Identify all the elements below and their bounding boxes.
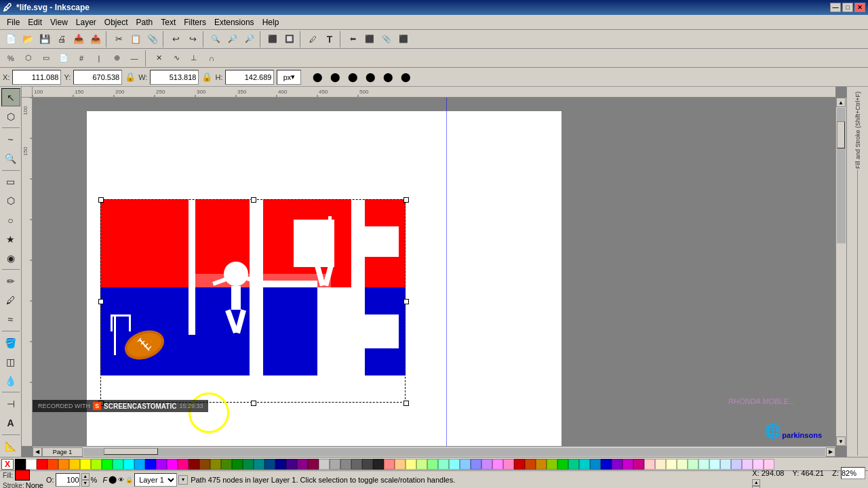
opacity-spinner[interactable]: ▲ ▼ — [81, 473, 90, 487]
snap-centers[interactable]: ⊕ — [108, 50, 125, 66]
box3d-tool[interactable]: ⬡ — [1, 192, 20, 210]
align-center-v-button[interactable]: ⬤ — [380, 69, 396, 85]
page-tab[interactable]: Page 1 — [42, 447, 83, 457]
align-bottom-button[interactable]: ⬤ — [397, 69, 414, 85]
color-swatch[interactable] — [623, 459, 633, 470]
color-swatch[interactable] — [720, 459, 731, 470]
canvas-viewport[interactable]: RECORDED WITH S SCREENCASTOMATIC 15:29:3… — [33, 98, 835, 446]
color-swatch[interactable] — [731, 459, 742, 470]
align-right-button[interactable]: ⬤ — [344, 69, 361, 85]
unit-selector[interactable]: px▾ — [277, 70, 301, 85]
color-swatch[interactable] — [47, 459, 58, 470]
layer-menu-button[interactable]: ▾ — [178, 475, 188, 485]
color-swatch[interactable] — [427, 459, 438, 470]
calligraphy-tool[interactable]: ≈ — [1, 310, 20, 329]
scroll-handle[interactable] — [837, 121, 845, 148]
snap-midpoints[interactable]: — — [126, 50, 142, 66]
color-swatch[interactable] — [210, 459, 221, 470]
horizontal-scrollbar[interactable]: ◀ Page 1 ▶ — [33, 446, 835, 457]
scroll-right-button[interactable]: ▶ — [826, 447, 835, 457]
color-swatch[interactable] — [178, 459, 189, 470]
color-swatch[interactable] — [221, 459, 232, 470]
open-button[interactable]: 📂 — [20, 31, 36, 47]
color-swatch[interactable] — [286, 459, 297, 470]
opacity-up[interactable]: ▲ — [81, 473, 90, 480]
snap-intersect[interactable]: ✕ — [151, 50, 167, 66]
fill-stroke-button[interactable]: ⬛ — [361, 31, 378, 47]
scroll-up-button[interactable]: ▲ — [836, 98, 846, 107]
maximize-button[interactable]: □ — [842, 3, 853, 12]
zoom-tool[interactable]: 🔍 — [1, 149, 20, 167]
import-button[interactable]: 📥 — [71, 31, 87, 47]
color-swatch[interactable] — [460, 459, 471, 470]
color-swatch[interactable] — [547, 459, 557, 470]
color-swatch[interactable] — [492, 459, 503, 470]
color-swatch[interactable] — [438, 459, 449, 470]
close-button[interactable]: ✕ — [854, 3, 865, 12]
copy-button[interactable]: 📋 — [127, 31, 144, 47]
lock-icon[interactable]: 🔒 — [125, 72, 136, 82]
color-swatch[interactable] — [568, 459, 579, 470]
color-swatch[interactable] — [384, 459, 395, 470]
h-scroll-track[interactable] — [83, 448, 825, 456]
ellipse-tool[interactable]: ○ — [1, 211, 20, 229]
zoom-up[interactable]: ▲ — [752, 479, 760, 486]
group-button[interactable]: ⬛ — [264, 31, 281, 47]
align-top-button[interactable]: ⬤ — [362, 69, 378, 85]
color-swatch[interactable] — [579, 459, 590, 470]
color-swatch[interactable] — [102, 459, 113, 470]
color-swatch[interactable] — [666, 459, 677, 470]
align-left-button[interactable]: ⬤ — [309, 69, 326, 85]
color-swatch[interactable] — [351, 459, 362, 470]
color-swatch[interactable] — [15, 459, 26, 470]
scroll-left-button[interactable]: ◀ — [33, 447, 42, 457]
color-swatch[interactable] — [167, 459, 178, 470]
zoom-in-button[interactable]: 🔎 — [224, 31, 241, 47]
menu-item-help[interactable]: Help — [258, 16, 283, 28]
fill-color-swatch[interactable] — [15, 470, 30, 481]
select-tool[interactable]: ↖ — [1, 88, 20, 106]
menu-item-text[interactable]: Text — [157, 16, 180, 28]
canvas-area[interactable]: 100 150 200 250 300 350 400 450 500 — [22, 87, 846, 457]
undo-button[interactable]: ↩ — [167, 31, 184, 47]
new-button[interactable]: 📄 — [3, 31, 19, 47]
opacity-down[interactable]: ▼ — [81, 480, 90, 487]
color-swatch[interactable] — [243, 459, 254, 470]
color-swatch[interactable] — [91, 459, 102, 470]
xml-editor-button[interactable]: ⬛ — [395, 31, 412, 47]
paste-button[interactable]: 📎 — [144, 31, 161, 47]
color-swatch[interactable] — [373, 459, 384, 470]
rect-tool[interactable]: ▭ — [1, 173, 20, 191]
color-swatch[interactable] — [319, 459, 330, 470]
color-swatch[interactable] — [254, 459, 264, 470]
ungroup-button[interactable]: 🔲 — [281, 31, 298, 47]
measure-tool[interactable]: 📐 — [1, 437, 20, 455]
color-swatch[interactable] — [688, 459, 698, 470]
snap-grid[interactable]: # — [73, 50, 90, 66]
color-swatch[interactable] — [406, 459, 416, 470]
color-swatch[interactable] — [503, 459, 514, 470]
color-swatch[interactable] — [58, 459, 69, 470]
snap-nodes[interactable]: ⬡ — [20, 50, 37, 66]
h-input[interactable] — [225, 70, 274, 85]
save-button[interactable]: 💾 — [37, 31, 53, 47]
h-scroll-handle[interactable] — [104, 448, 158, 455]
pencil-tool[interactable]: ✏ — [1, 272, 20, 290]
menu-item-layer[interactable]: Layer — [72, 16, 100, 28]
menu-item-view[interactable]: View — [46, 16, 72, 28]
color-swatch[interactable] — [145, 459, 156, 470]
color-swatch[interactable] — [330, 459, 340, 470]
snap-tangent[interactable]: ∩ — [203, 50, 220, 66]
zoom-fit-button[interactable]: 🔍 — [208, 31, 224, 47]
titlebar-controls[interactable]: — □ ✕ — [830, 3, 865, 12]
color-swatch[interactable] — [644, 459, 655, 470]
color-swatch[interactable] — [677, 459, 688, 470]
color-swatch[interactable] — [134, 459, 145, 470]
color-swatch[interactable] — [416, 459, 427, 470]
scroll-down-button[interactable]: ▼ — [836, 436, 846, 446]
color-swatch[interactable] — [80, 459, 91, 470]
no-color-swatch[interactable]: X — [1, 459, 14, 470]
color-swatch[interactable] — [37, 459, 47, 470]
zoom-input[interactable] — [841, 467, 865, 479]
color-swatch[interactable] — [471, 459, 481, 470]
